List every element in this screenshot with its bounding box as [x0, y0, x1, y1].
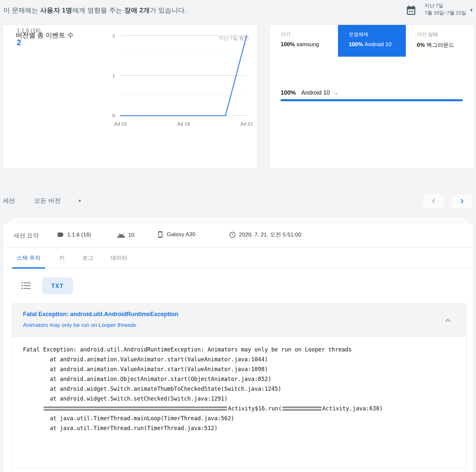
- session-version: 1.1.6 (16): [57, 231, 91, 238]
- version-tag-icon: [57, 231, 64, 238]
- calendar-icon: [406, 5, 417, 16]
- date-range-label: 지난 7일: [425, 2, 466, 9]
- android-icon: [117, 231, 125, 239]
- svg-text:2: 2: [112, 33, 115, 38]
- chevron-left-icon: [430, 198, 437, 204]
- stack-line: Activity$16.run(Activity.java:630): [23, 404, 463, 413]
- state-name: 백그라운드: [426, 42, 454, 48]
- version-label: 1.1.6 (16): [17, 28, 41, 34]
- stack-trace-toolbar: TXT: [3, 268, 473, 304]
- tab-data[interactable]: 데이터: [106, 248, 132, 268]
- session-device: Galaxy A30: [157, 231, 195, 238]
- tab-logs[interactable]: 로그: [77, 248, 99, 268]
- redacted-text: [44, 406, 227, 411]
- chevron-right-icon: [459, 198, 465, 204]
- session-detail-tabs: 스택 추적 키 로그 데이터: [3, 248, 473, 268]
- chevron-up-icon[interactable]: [444, 316, 452, 324]
- previous-session-button[interactable]: [422, 193, 445, 209]
- events-line-chart: 012Jul 15Jul 18Jul 21: [101, 28, 252, 130]
- state-percent: 0%: [417, 42, 425, 48]
- date-range-picker[interactable]: 지난 7일 7월 15일~7월 21일 ▼: [406, 2, 473, 16]
- stack-line: at android.animation.ValueAnimator.start…: [23, 354, 463, 364]
- date-range-value: 7월 15일~7월 21일: [425, 9, 466, 16]
- session-timestamp: 2020. 7. 21. 오전 5:51:00: [229, 231, 301, 238]
- session-summary-row: 세션 요약 1.1.6 (16) 10 Galaxy A30 2020. 7. …: [3, 223, 473, 248]
- next-session-button[interactable]: [450, 193, 473, 209]
- svg-text:Jul 21: Jul 21: [240, 121, 252, 126]
- stack-line: at android.widget.Switch.setChecked(Swit…: [23, 394, 463, 404]
- list-view-icon[interactable]: [21, 280, 32, 291]
- svg-text:0: 0: [112, 113, 115, 118]
- txt-view-button[interactable]: TXT: [42, 277, 73, 294]
- stack-line: at android.widget.Switch.animateThumbToC…: [23, 384, 463, 394]
- os-name: Android 10: [365, 41, 391, 47]
- sessions-title: 세션: [3, 197, 15, 205]
- caret-down-icon: ▼: [469, 8, 473, 12]
- svg-text:1: 1: [112, 73, 115, 78]
- breakdown-detail-row[interactable]: 100%Android 10→: [281, 89, 338, 96]
- os-percent: 100%: [349, 41, 363, 47]
- svg-text:Jul 15: Jul 15: [114, 121, 127, 126]
- crash-count: 장애 2개: [124, 7, 150, 14]
- tab-operating-system[interactable]: 운영체제 100% Android 10: [338, 25, 406, 57]
- affected-users-count: 사용자 1명: [40, 7, 72, 14]
- stack-trace: Fatal Exception: android.util.AndroidRun…: [12, 337, 466, 433]
- tab-keys[interactable]: 키: [52, 248, 72, 268]
- session-summary-label: 세션 요약: [13, 232, 39, 239]
- exception-body: Fatal Exception: android.util.AndroidRun…: [12, 337, 466, 469]
- version-event-count: 2: [17, 38, 21, 47]
- stack-line: at java.util.TimerThread.run(TimerThread…: [23, 423, 463, 433]
- breakdown-tabs: 기기 100% samsung 운영체제 100% Android 10 기기 …: [270, 25, 474, 57]
- exception-title: Fatal Exception: android.util.AndroidRun…: [23, 311, 178, 318]
- tab-stack-trace[interactable]: 스택 추적: [12, 248, 45, 268]
- breakdown-percent-bar: [281, 99, 463, 101]
- exception-subtitle: Animators may only be run on Looper thre…: [23, 322, 136, 329]
- exception-header[interactable]: Fatal Exception: android.util.AndroidRun…: [12, 303, 466, 337]
- redacted-text: [282, 406, 322, 411]
- stack-line: at android.animation.ValueAnimator.start…: [23, 364, 463, 374]
- session-detail-card: 세션 요약 1.1.6 (16) 10 Galaxy A30 2020. 7. …: [3, 223, 474, 472]
- clock-icon: [229, 231, 236, 238]
- tab-devices[interactable]: 기기 100% samsung: [270, 25, 338, 57]
- breakdown-card: 기기 100% samsung 운영체제 100% Android 10 기기 …: [269, 25, 474, 169]
- svg-text:Jul 18: Jul 18: [177, 121, 190, 126]
- caret-down-icon: ▼: [78, 198, 82, 203]
- session-os-version: 10: [117, 231, 134, 239]
- stack-line: at java.util.TimerThread.mainLoop(TimerT…: [23, 413, 463, 423]
- device-name: samsung: [296, 41, 319, 47]
- issue-impact-summary: 이 문제에는 사용자 1명에게 영향을 주는 장애 2개가 있습니다.: [3, 6, 187, 15]
- exception-panel: Fatal Exception: android.util.AndroidRun…: [12, 303, 466, 469]
- version-filter-dropdown[interactable]: 모든 버전▼: [34, 197, 82, 205]
- device-percent: 100%: [281, 41, 295, 47]
- stack-line: Fatal Exception: android.util.AndroidRun…: [23, 345, 463, 354]
- crashlytics-issue-page: 이 문제에는 사용자 1명에게 영향을 주는 장애 2개가 있습니다. 지난 7…: [0, 0, 476, 472]
- arrow-right-icon: →: [332, 89, 338, 96]
- events-by-version-card: 버전별 총 이벤트 수 지난 7일 동안 1.1.6 (16) 2 012Jul…: [3, 25, 258, 169]
- smartphone-icon: [157, 231, 164, 238]
- tab-device-state[interactable]: 기기 상태 0% 백그라운드: [406, 25, 474, 57]
- stack-line: at android.animation.ObjectAnimator.star…: [23, 374, 463, 384]
